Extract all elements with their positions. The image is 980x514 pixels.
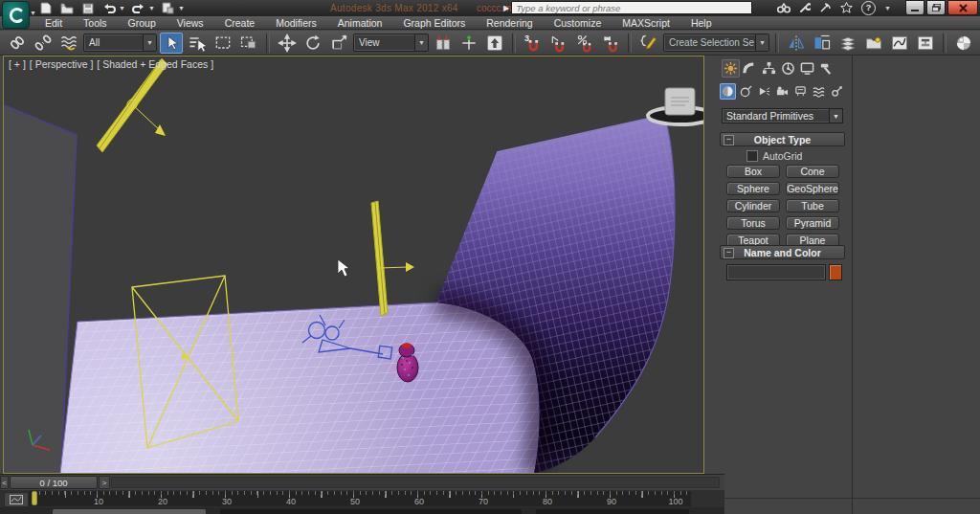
track-bar-ruler[interactable]: 10 20 30 40 50 60 70 80 90 100 <box>29 491 691 506</box>
viewport-shading-menu[interactable]: [ Shaded + Edged Faces ] <box>97 58 213 70</box>
dropdown-caret-icon[interactable]: ▼ <box>755 34 768 51</box>
menu-customize[interactable]: Customize <box>544 16 612 30</box>
skylight-helper-object[interactable] <box>648 88 703 124</box>
angle-snap-toggle-icon[interactable] <box>547 33 570 54</box>
redo-icon[interactable] <box>131 2 146 15</box>
snaps-toggle-3d-icon[interactable]: 3 <box>522 33 545 54</box>
object-type-pyramid-button[interactable]: Pyramid <box>786 216 839 230</box>
viewport-canvas[interactable] <box>4 56 703 473</box>
object-type-torus-button[interactable]: Torus <box>726 216 780 230</box>
search-expand-icon[interactable]: ▶ <box>503 4 509 12</box>
bind-to-space-warp-icon[interactable] <box>57 33 80 54</box>
primitive-category-dropdown[interactable]: Standard Primitives ▼ <box>722 108 843 123</box>
menu-modifiers[interactable]: Modifiers <box>265 16 327 30</box>
tab-motion[interactable] <box>779 59 797 78</box>
time-slider-handle[interactable]: 0 / 100 <box>10 476 98 489</box>
mini-curve-editor-button[interactable] <box>4 492 29 507</box>
object-type-cylinder-button[interactable]: Cylinder <box>726 199 780 212</box>
object-name-input[interactable] <box>726 264 826 280</box>
app-menu-caret-icon[interactable]: ▼ <box>30 10 36 16</box>
graphite-modeling-tools-icon[interactable] <box>862 33 885 54</box>
minimize-button[interactable] <box>905 0 924 15</box>
qat-options-caret-icon[interactable]: ▼ <box>178 5 185 11</box>
app-logo-icon[interactable] <box>2 1 30 29</box>
keyboard-shortcut-override-icon[interactable] <box>483 33 506 54</box>
undo-icon[interactable] <box>101 2 117 15</box>
undo-caret-icon[interactable]: ▼ <box>119 5 125 11</box>
left-wall-geometry[interactable] <box>4 104 77 473</box>
reference-coordinate-dropdown[interactable]: View▼ <box>353 34 429 52</box>
menu-tools[interactable]: Tools <box>73 16 118 30</box>
menu-edit[interactable]: Edit <box>34 16 73 30</box>
category-shapes[interactable] <box>738 83 754 100</box>
object-color-swatch[interactable] <box>829 264 842 280</box>
menu-group[interactable]: Group <box>118 16 167 30</box>
mirror-icon[interactable] <box>785 33 808 54</box>
infocenter-search-input[interactable] <box>511 1 752 14</box>
dropdown-caret-icon[interactable]: ▼ <box>829 109 842 123</box>
object-type-cone-button[interactable]: Cone <box>786 165 839 178</box>
percent-snap-toggle-icon[interactable] <box>573 33 596 54</box>
menu-views[interactable]: Views <box>167 16 214 30</box>
tab-hierarchy[interactable] <box>760 59 778 78</box>
collapse-icon[interactable]: − <box>724 135 734 145</box>
previous-frame-button[interactable]: < <box>0 476 9 489</box>
direct-light-gizmo-top[interactable] <box>97 58 167 152</box>
named-selection-sets-dropdown[interactable]: Create Selection Se▼ <box>663 34 769 52</box>
maximize-button[interactable] <box>926 0 946 15</box>
unlink-selection-icon[interactable] <box>32 33 55 54</box>
category-systems[interactable] <box>829 83 845 100</box>
menu-rendering[interactable]: Rendering <box>476 16 543 30</box>
object-type-rollout-header[interactable]: − Object Type <box>720 132 845 146</box>
viewport-pov-menu[interactable]: [ Perspective ] <box>30 58 94 70</box>
object-type-sphere-button[interactable]: Sphere <box>726 182 780 195</box>
edit-named-selection-sets-icon[interactable] <box>637 33 660 54</box>
open-file-icon[interactable] <box>59 2 75 15</box>
select-by-name-icon[interactable] <box>186 33 209 54</box>
spinner-snap-toggle-icon[interactable] <box>599 33 622 54</box>
schematic-view-icon[interactable] <box>914 33 937 54</box>
category-space-warps[interactable] <box>811 83 827 100</box>
select-and-scale-icon[interactable] <box>327 33 350 54</box>
time-slider-track[interactable] <box>111 477 720 488</box>
category-geometry[interactable] <box>720 83 736 100</box>
save-file-icon[interactable] <box>80 2 96 15</box>
select-and-move-icon[interactable] <box>276 33 299 54</box>
tab-display[interactable] <box>798 59 816 78</box>
object-type-box-button[interactable]: Box <box>726 165 780 178</box>
selection-filter-dropdown[interactable]: All▼ <box>83 34 157 52</box>
search-binoculars-icon[interactable] <box>777 3 791 13</box>
select-and-manipulate-icon[interactable] <box>457 33 480 54</box>
viewport-general-menu[interactable]: [ + ] <box>9 58 26 70</box>
direct-light-gizmo-center[interactable] <box>371 201 414 316</box>
tab-create[interactable] <box>722 59 740 78</box>
dropdown-caret-icon[interactable]: ▼ <box>414 34 428 51</box>
name-and-color-rollout-header[interactable]: − Name and Color <box>720 245 845 259</box>
menu-help[interactable]: Help <box>680 16 723 30</box>
window-crossing-toggle-icon[interactable] <box>237 33 260 54</box>
category-lights[interactable] <box>756 83 772 100</box>
tab-utilities[interactable] <box>817 59 835 78</box>
category-cameras[interactable] <box>774 83 791 100</box>
help-caret-icon[interactable]: ▼ <box>884 5 891 11</box>
dropdown-caret-icon[interactable]: ▼ <box>143 34 156 51</box>
use-pivot-point-center-icon[interactable] <box>432 33 455 54</box>
menu-animation[interactable]: Animation <box>327 16 393 30</box>
object-type-tube-button[interactable]: Tube <box>786 199 839 212</box>
collapse-icon[interactable]: − <box>724 248 734 258</box>
object-type-geosphere-button[interactable]: GeoSphere <box>786 182 839 195</box>
ramp-floor-geometry[interactable] <box>60 302 540 473</box>
communication-center-icon[interactable] <box>819 2 832 13</box>
material-editor-icon[interactable] <box>952 33 975 54</box>
align-icon[interactable] <box>811 33 834 54</box>
help-icon[interactable]: ? <box>861 1 876 15</box>
favorites-star-icon[interactable] <box>840 2 853 13</box>
select-and-rotate-icon[interactable] <box>301 33 324 54</box>
tab-modify[interactable] <box>741 59 759 78</box>
fetch-icon[interactable] <box>161 2 176 15</box>
new-file-icon[interactable] <box>38 2 54 15</box>
select-and-link-icon[interactable] <box>6 33 29 54</box>
redo-caret-icon[interactable]: ▼ <box>148 5 155 11</box>
autogrid-checkbox[interactable] <box>746 150 758 162</box>
manage-layers-icon[interactable] <box>836 33 859 54</box>
